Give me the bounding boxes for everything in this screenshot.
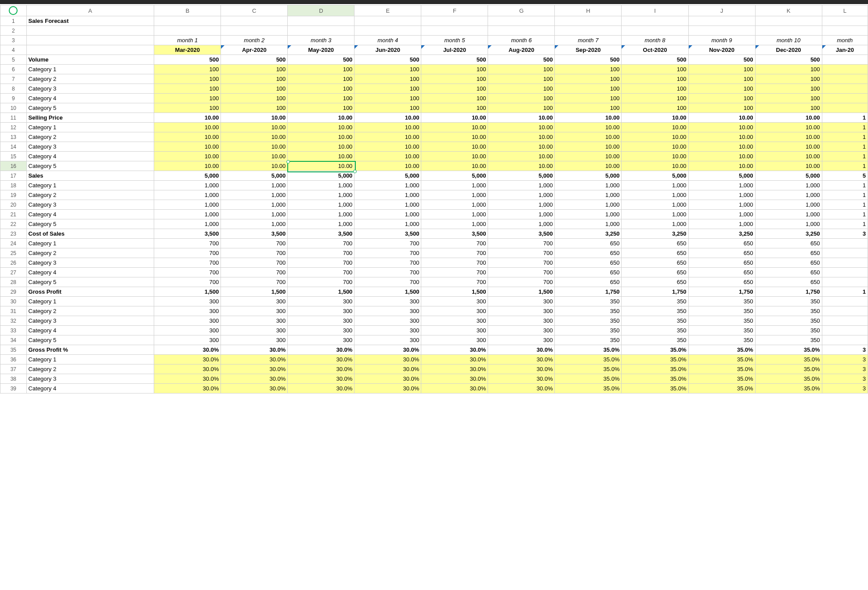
cell[interactable]: 300 (288, 326, 354, 335)
cell[interactable]: 300 (421, 326, 488, 335)
cell[interactable]: Mar-2020 (154, 45, 221, 55)
cell[interactable]: 5,000 (555, 171, 622, 181)
cell[interactable]: 700 (154, 258, 221, 268)
row-header[interactable]: 13 (0, 132, 27, 142)
cell[interactable]: Category 2 (26, 248, 154, 258)
cell[interactable]: 100 (288, 94, 354, 103)
cell[interactable]: 700 (154, 277, 221, 287)
cell[interactable]: 700 (354, 248, 421, 258)
cell[interactable]: 10.00 (221, 152, 288, 161)
cell[interactable]: 30.0% (421, 384, 488, 393)
cell[interactable] (354, 26, 421, 36)
cell[interactable]: 10.00 (288, 152, 354, 161)
cell[interactable]: 700 (354, 277, 421, 287)
cell[interactable]: Oct-2020 (622, 45, 688, 55)
cell[interactable] (26, 26, 154, 36)
cell[interactable]: 650 (555, 268, 622, 277)
cell[interactable]: month 6 (488, 36, 555, 45)
cell[interactable]: 3 (822, 374, 868, 384)
cell[interactable]: Category 2 (26, 364, 154, 374)
cell[interactable]: 700 (154, 268, 221, 277)
cell[interactable]: 10.00 (688, 152, 755, 161)
cell[interactable]: 100 (755, 94, 822, 103)
cell[interactable]: month 3 (288, 36, 354, 45)
cell[interactable]: 1,000 (688, 181, 755, 190)
cell[interactable]: Gross Profit (26, 287, 154, 297)
cell[interactable]: 10.00 (555, 123, 622, 132)
cell[interactable] (822, 16, 868, 26)
cell[interactable] (822, 268, 868, 277)
cell[interactable]: 700 (221, 239, 288, 248)
row-header[interactable]: 36 (0, 355, 27, 364)
cell[interactable]: 10.00 (755, 113, 822, 123)
cell[interactable]: 650 (555, 239, 622, 248)
cell[interactable]: 350 (688, 316, 755, 326)
cell[interactable]: May-2020 (288, 45, 354, 55)
row-header[interactable]: 15 (0, 152, 27, 161)
row-header[interactable]: 20 (0, 200, 27, 210)
cell[interactable]: Category 5 (26, 161, 154, 171)
cell[interactable]: 30.0% (221, 355, 288, 364)
cell[interactable]: 100 (221, 94, 288, 103)
cell[interactable]: 350 (555, 326, 622, 335)
cell[interactable]: 300 (288, 297, 354, 306)
column-header-D[interactable]: D (288, 5, 354, 16)
cell[interactable]: Jul-2020 (421, 45, 488, 55)
cell[interactable]: 700 (354, 258, 421, 268)
cell[interactable]: 1,750 (622, 287, 688, 297)
cell[interactable]: 5,000 (421, 171, 488, 181)
cell[interactable]: 100 (555, 94, 622, 103)
cell[interactable]: 650 (688, 277, 755, 287)
cell[interactable]: 35.0% (622, 374, 688, 384)
cell[interactable]: 3,500 (488, 229, 555, 239)
cell[interactable] (488, 16, 555, 26)
row-header[interactable]: 10 (0, 103, 27, 113)
cell[interactable]: 1 (822, 200, 868, 210)
cell[interactable]: 10.00 (555, 132, 622, 142)
cell[interactable]: 1,000 (421, 181, 488, 190)
cell[interactable]: 700 (154, 248, 221, 258)
cell[interactable]: 700 (421, 258, 488, 268)
cell[interactable]: 700 (421, 239, 488, 248)
cell[interactable]: 1,000 (755, 181, 822, 190)
cell[interactable] (755, 16, 822, 26)
cell[interactable]: Category 1 (26, 65, 154, 74)
cell[interactable]: 3,250 (755, 229, 822, 239)
cell[interactable]: 3,500 (288, 229, 354, 239)
column-header-I[interactable]: I (622, 5, 688, 16)
cell[interactable]: 500 (288, 55, 354, 65)
cell[interactable]: 10.00 (421, 132, 488, 142)
cell[interactable]: 1,000 (488, 219, 555, 229)
cell[interactable]: 30.0% (354, 374, 421, 384)
cell[interactable]: 10.00 (622, 132, 688, 142)
cell[interactable]: 300 (154, 297, 221, 306)
cell[interactable]: 650 (688, 239, 755, 248)
cell[interactable]: 650 (755, 268, 822, 277)
cell[interactable]: 700 (421, 248, 488, 258)
cell[interactable]: 1 (822, 142, 868, 152)
cell[interactable]: 350 (622, 306, 688, 316)
cell[interactable]: 1,500 (354, 287, 421, 297)
row-header[interactable]: 12 (0, 123, 27, 132)
cell[interactable]: 350 (555, 316, 622, 326)
cell[interactable]: 350 (688, 297, 755, 306)
cell[interactable] (555, 16, 622, 26)
cell[interactable] (26, 45, 154, 55)
cell[interactable]: 350 (688, 335, 755, 345)
cell[interactable]: 500 (154, 55, 221, 65)
cell[interactable] (822, 248, 868, 258)
cell[interactable]: 100 (421, 103, 488, 113)
cell[interactable]: 30.0% (288, 345, 354, 355)
column-header-B[interactable]: B (154, 5, 221, 16)
cell[interactable]: 100 (622, 65, 688, 74)
cell[interactable]: Category 2 (26, 306, 154, 316)
cell[interactable]: 5,000 (221, 171, 288, 181)
cell[interactable] (622, 26, 688, 36)
cell[interactable]: 300 (354, 297, 421, 306)
row-header[interactable]: 4 (0, 45, 27, 55)
cell[interactable]: 3,500 (354, 229, 421, 239)
cell[interactable]: Category 1 (26, 181, 154, 190)
cell[interactable]: 10.00 (622, 113, 688, 123)
cell[interactable]: 10.00 (755, 161, 822, 171)
cell[interactable]: Category 1 (26, 239, 154, 248)
